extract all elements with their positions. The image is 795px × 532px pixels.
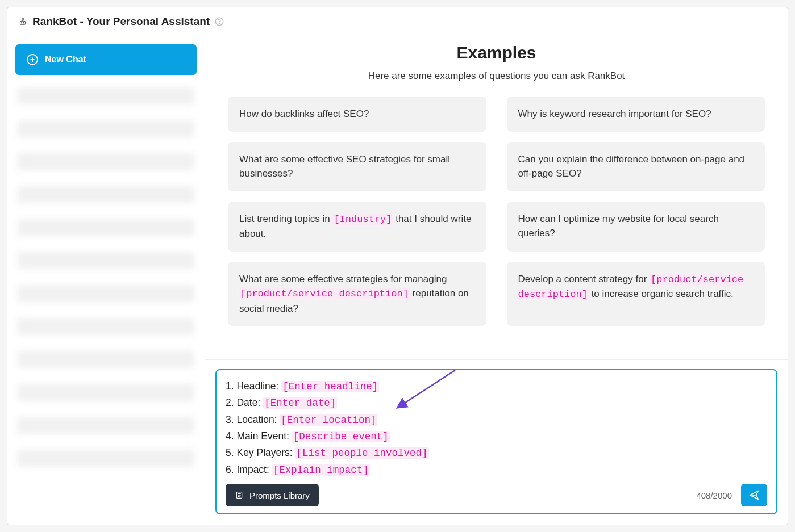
svg-point-4	[23, 23, 24, 23]
input-variable: [Enter date]	[263, 397, 337, 409]
robot-icon	[18, 16, 28, 27]
chat-history-item[interactable]	[18, 384, 194, 401]
char-count: 408/2000	[696, 491, 732, 500]
new-chat-label: New Chat	[45, 55, 86, 65]
chat-history-item[interactable]	[18, 450, 194, 467]
input-text: 3. Location:	[226, 414, 280, 425]
example-text: What are some effective SEO strategies f…	[239, 154, 450, 179]
svg-point-3	[22, 23, 22, 23]
chat-history-item[interactable]	[18, 87, 194, 104]
example-text: Can you explain the difference between o…	[518, 154, 745, 179]
example-variable: [product/service description]	[239, 288, 410, 299]
svg-point-6	[219, 23, 220, 24]
examples-title: Examples	[228, 43, 765, 62]
input-text: 4. Main Event:	[226, 430, 292, 442]
chat-history-item[interactable]	[18, 285, 194, 302]
example-text: Develop a content strategy for	[518, 274, 650, 284]
chat-input-content[interactable]: 1. Headline: [Enter headline]2. Date: [E…	[226, 378, 767, 478]
help-icon[interactable]	[214, 16, 224, 27]
chat-history-item[interactable]	[18, 153, 194, 170]
input-text: 2. Date:	[226, 397, 263, 408]
example-text: Why is keyword research important for SE…	[518, 108, 711, 119]
input-line-3[interactable]: 4. Main Event: [Describe event]	[226, 428, 767, 445]
plus-icon: +	[27, 54, 38, 65]
chat-history-item[interactable]	[18, 219, 194, 236]
example-card-5[interactable]: How can I optimize my website for local …	[507, 202, 765, 252]
new-chat-button[interactable]: + New Chat	[15, 44, 197, 75]
sidebar: + New Chat	[7, 36, 205, 525]
input-line-2[interactable]: 3. Location: [Enter location]	[226, 412, 767, 428]
example-card-6[interactable]: What are some effective strategies for m…	[228, 262, 486, 326]
input-variable: [Describe event]	[292, 431, 390, 442]
example-variable: [Industry]	[332, 214, 393, 225]
prompts-library-label: Prompts Library	[249, 491, 310, 500]
send-icon	[748, 489, 760, 501]
input-text: 5. Key Players:	[226, 447, 295, 458]
input-text: 6. Impact:	[226, 464, 272, 475]
example-card-0[interactable]: How do backlinks affect SEO?	[228, 97, 486, 132]
examples-area: Examples Here are some examples of quest…	[205, 36, 788, 359]
example-text: to increase organic search traffic.	[589, 288, 734, 299]
input-line-1[interactable]: 2. Date: [Enter date]	[226, 395, 767, 411]
chat-history-list	[15, 85, 197, 478]
prompts-library-button[interactable]: Prompts Library	[226, 484, 319, 506]
input-zone: 1. Headline: [Enter headline]2. Date: [E…	[205, 359, 788, 525]
example-text: How can I optimize my website for local …	[518, 213, 719, 239]
chat-history-item[interactable]	[18, 417, 194, 434]
input-line-4[interactable]: 5. Key Players: [List people involved]	[226, 445, 767, 461]
chat-input-box[interactable]: 1. Headline: [Enter headline]2. Date: [E…	[215, 369, 777, 514]
chat-history-item[interactable]	[18, 120, 194, 137]
library-icon	[235, 491, 244, 500]
page-title: RankBot - Your Personal Assistant	[32, 15, 210, 28]
input-footer: Prompts Library 408/2000	[226, 484, 767, 506]
body-row: + New Chat Examples Here are some exampl…	[7, 36, 788, 525]
input-variable: [Explain impact]	[272, 464, 370, 476]
chat-history-item[interactable]	[18, 351, 194, 368]
input-line-0[interactable]: 1. Headline: [Enter headline]	[226, 378, 767, 395]
svg-point-0	[22, 18, 24, 20]
example-card-7[interactable]: Develop a content strategy for [product/…	[507, 262, 765, 326]
app-frame: RankBot - Your Personal Assistant + New …	[7, 7, 788, 525]
example-card-1[interactable]: Why is keyword research important for SE…	[507, 97, 765, 132]
title-bar: RankBot - Your Personal Assistant	[7, 7, 788, 36]
chat-history-item[interactable]	[18, 252, 194, 269]
input-text: 1. Headline:	[226, 380, 281, 392]
examples-subtitle: Here are some examples of questions you …	[228, 70, 765, 82]
example-text: What are some effective strategies for m…	[239, 274, 447, 284]
chat-history-item[interactable]	[18, 186, 194, 203]
example-text: How do backlinks affect SEO?	[239, 108, 369, 119]
main-panel: Examples Here are some examples of quest…	[205, 36, 788, 525]
example-text: List trending topics in	[239, 213, 332, 224]
input-variable: [Enter location]	[280, 414, 377, 426]
input-variable: [List people involved]	[295, 447, 429, 459]
chat-history-item[interactable]	[18, 318, 194, 335]
svg-rect-2	[20, 21, 26, 24]
input-footer-right: 408/2000	[696, 484, 767, 506]
input-variable: [Enter headline]	[281, 381, 379, 392]
examples-grid: How do backlinks affect SEO?Why is keywo…	[228, 97, 765, 326]
example-card-2[interactable]: What are some effective SEO strategies f…	[228, 142, 486, 191]
input-line-5[interactable]: 6. Impact: [Explain impact]	[226, 462, 767, 478]
send-button[interactable]	[741, 484, 767, 506]
example-card-4[interactable]: List trending topics in [Industry] that …	[228, 202, 486, 252]
example-card-3[interactable]: Can you explain the difference between o…	[507, 142, 765, 191]
